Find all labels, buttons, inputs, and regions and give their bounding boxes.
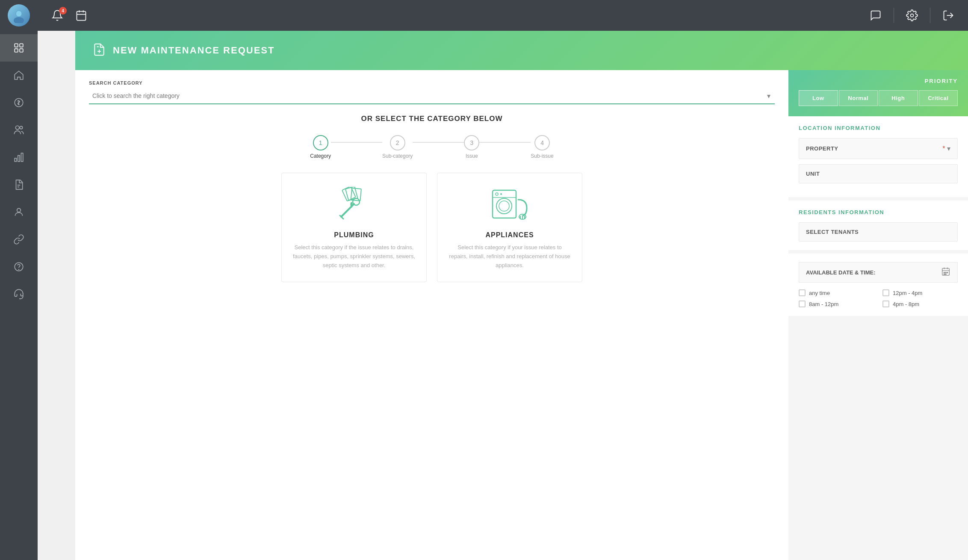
time-option-anytime[interactable]: any time — [799, 289, 874, 296]
notification-button[interactable]: 4 — [51, 9, 63, 21]
priority-label: PRIORITY — [799, 78, 958, 84]
checkbox-8am-12pm[interactable] — [799, 301, 806, 307]
search-label: SEARCH CATEGORY — [89, 80, 775, 85]
settings-button[interactable] — [906, 9, 918, 21]
svg-rect-9 — [15, 158, 16, 162]
category-section-title: OR SELECT THE CATEGORY BELOW — [96, 115, 768, 123]
svg-point-20 — [353, 198, 360, 205]
chevron-down-icon: ▾ — [767, 92, 770, 100]
residents-heading: RESIDENTS INFORMATION — [799, 209, 958, 215]
time-option-4pm-8pm[interactable]: 4pm - 8pm — [882, 301, 958, 307]
sidebar-item-documents[interactable] — [0, 171, 38, 198]
unit-field[interactable]: UNIT — [799, 164, 958, 183]
topbar-divider-2 — [930, 8, 930, 23]
category-card-appliances[interactable]: APPLIANCES Select this category if your … — [437, 173, 582, 282]
step-label-1: Category — [310, 153, 331, 159]
plumbing-card-title: PLUMBING — [334, 231, 374, 239]
time-option-8am-12pm-label: 8am - 12pm — [809, 301, 838, 307]
sidebar-item-profile[interactable] — [0, 198, 38, 226]
priority-buttons: Low Normal High Critical — [799, 90, 958, 106]
search-input-wrap: ▾ — [89, 88, 775, 104]
topbar-divider — [894, 8, 894, 23]
content-area: SEARCH CATEGORY ▾ OR SELECT THE CATEGORY… — [75, 70, 968, 560]
page-header: NEW MAINTENANCE REQUEST — [75, 31, 968, 70]
category-section: OR SELECT THE CATEGORY BELOW 1 Category … — [89, 115, 775, 282]
svg-point-12 — [17, 208, 21, 212]
sidebar-item-payments[interactable] — [0, 89, 38, 116]
exit-button[interactable] — [942, 9, 954, 21]
step-3: 3 Issue — [464, 135, 479, 159]
time-option-12pm-4pm[interactable]: 12pm - 4pm — [882, 289, 958, 296]
time-option-12pm-4pm-label: 12pm - 4pm — [893, 290, 922, 296]
checkbox-12pm-4pm[interactable] — [882, 289, 889, 296]
calendar-picker-button[interactable] — [941, 267, 950, 278]
datetime-field: AVAILABLE DATE & TIME: — [799, 262, 958, 283]
step-circle-1: 1 — [313, 135, 328, 150]
time-option-anytime-label: any time — [809, 290, 830, 296]
location-section: LOCATION INFORMATION PROPERTY * ▾ UNIT — [788, 116, 968, 197]
avatar — [0, 0, 38, 31]
sidebar-nav — [0, 31, 38, 560]
svg-rect-35 — [947, 272, 948, 273]
appliances-icon — [488, 187, 531, 223]
calendar-button[interactable] — [75, 9, 87, 21]
sidebar-item-home[interactable] — [0, 62, 38, 89]
svg-point-24 — [499, 201, 509, 211]
svg-rect-2 — [15, 44, 18, 47]
sidebar-item-links[interactable] — [0, 226, 38, 253]
priority-normal-button[interactable]: Normal — [839, 90, 878, 106]
time-options: any time 12pm - 4pm 8am - 12pm 4pm - 8pm — [799, 289, 958, 307]
page-title: NEW MAINTENANCE REQUEST — [113, 45, 274, 56]
topbar: 4 — [38, 0, 968, 31]
left-panel: SEARCH CATEGORY ▾ OR SELECT THE CATEGORY… — [75, 70, 788, 560]
checkbox-anytime[interactable] — [799, 289, 806, 296]
category-cards: PLUMBING Select this category if the iss… — [96, 173, 768, 282]
select-tenants-field[interactable]: SELECT TENANTS — [799, 222, 958, 242]
property-label: PROPERTY — [806, 145, 838, 152]
plumbing-card-desc: Select this category if the issue relate… — [292, 243, 416, 270]
search-section: SEARCH CATEGORY ▾ — [89, 80, 775, 104]
category-card-plumbing[interactable]: PLUMBING Select this category if the iss… — [281, 173, 427, 282]
step-label-2: Sub-category — [382, 153, 413, 159]
time-option-8am-12pm[interactable]: 8am - 12pm — [799, 301, 874, 307]
location-heading: LOCATION INFORMATION — [799, 125, 958, 131]
sidebar-item-reports[interactable] — [0, 144, 38, 171]
svg-rect-3 — [20, 44, 23, 47]
sidebar-item-users[interactable] — [0, 116, 38, 144]
property-field[interactable]: PROPERTY * ▾ — [799, 138, 958, 159]
step-2: 2 Sub-category — [382, 135, 413, 159]
checkbox-4pm-8pm[interactable] — [882, 301, 889, 307]
step-circle-3: 3 — [464, 135, 479, 150]
datetime-label: AVAILABLE DATE & TIME: — [806, 269, 876, 276]
sidebar-item-help[interactable] — [0, 253, 38, 280]
residents-section: RESIDENTS INFORMATION SELECT TENANTS — [788, 200, 968, 250]
main-content: NEW MAINTENANCE REQUEST SEARCH CATEGORY … — [75, 31, 968, 560]
search-input[interactable] — [89, 88, 775, 103]
priority-critical-button[interactable]: Critical — [919, 90, 958, 106]
svg-rect-10 — [18, 156, 20, 162]
svg-point-7 — [15, 126, 19, 130]
step-circle-4: 4 — [534, 135, 550, 150]
priority-high-button[interactable]: High — [879, 90, 918, 106]
time-option-4pm-8pm-label: 4pm - 8pm — [893, 301, 919, 307]
stepper: 1 Category 2 Sub-category 3 Issue — [96, 135, 768, 159]
step-label-4: Sub-issue — [531, 153, 553, 159]
svg-rect-15 — [77, 12, 86, 21]
step-line-1 — [331, 142, 382, 143]
sidebar-item-support[interactable] — [0, 280, 38, 308]
svg-point-16 — [911, 14, 914, 17]
priority-low-button[interactable]: Low — [799, 90, 838, 106]
message-button[interactable] — [870, 9, 882, 21]
svg-point-26 — [496, 193, 498, 195]
step-circle-2: 2 — [390, 135, 405, 150]
svg-rect-37 — [945, 274, 946, 275]
step-1: 1 Category — [310, 135, 331, 159]
svg-point-27 — [500, 193, 502, 195]
appliances-card-desc: Select this category if your issue relat… — [448, 243, 572, 270]
plumbing-icon — [333, 187, 375, 223]
svg-rect-5 — [20, 49, 23, 52]
step-line-3 — [479, 142, 531, 143]
sidebar — [0, 0, 38, 560]
sidebar-item-grid[interactable] — [0, 34, 38, 62]
right-panel: PRIORITY Low Normal High Critical LOCATI… — [788, 70, 968, 560]
